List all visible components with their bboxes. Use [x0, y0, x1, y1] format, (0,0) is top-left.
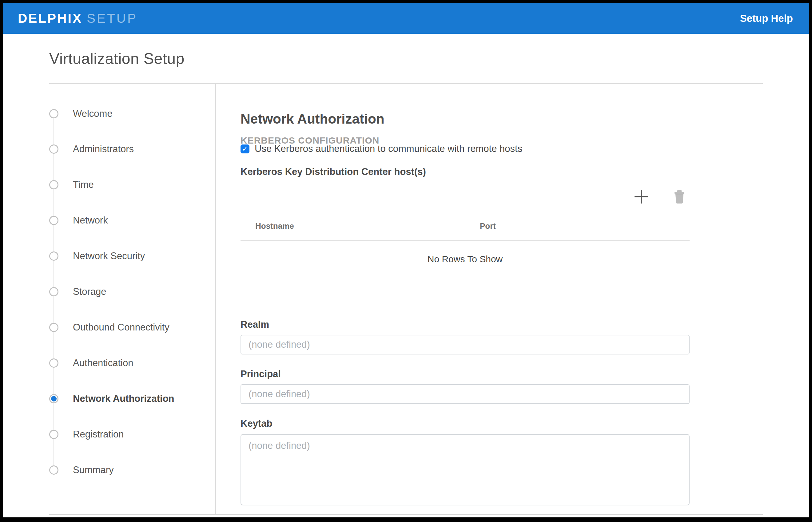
- step-radio-icon: [49, 180, 58, 189]
- column-header-hostname: Hostname: [255, 221, 294, 231]
- sidebar-divider: [215, 83, 216, 514]
- realm-input[interactable]: [240, 335, 690, 355]
- sidebar-item-label: Welcome: [73, 108, 113, 119]
- step-radio-icon: [49, 430, 58, 439]
- section-heading: Network Authorization: [240, 111, 384, 127]
- trash-icon: [672, 190, 687, 203]
- setup-help-link[interactable]: Setup Help: [740, 13, 793, 24]
- sidebar-item-label: Outbound Connectivity: [73, 322, 170, 333]
- kerberos-checkbox-label: Use Kerberos authentication to communica…: [255, 143, 522, 154]
- sidebar-item-label: Storage: [73, 286, 106, 297]
- kerberos-checkbox-row: ✓ Use Kerberos authentication to communi…: [240, 143, 522, 154]
- principal-input[interactable]: [240, 384, 690, 404]
- sidebar-item-label: Network: [73, 215, 108, 226]
- brand-primary: DELPHIX: [18, 11, 82, 26]
- step-radio-icon: [49, 323, 58, 332]
- step-radio-icon: [49, 359, 58, 368]
- sidebar-item-network-authorization[interactable]: Network Authorization: [49, 393, 174, 404]
- column-header-port: Port: [480, 221, 496, 231]
- sidebar-item-authentication[interactable]: Authentication: [49, 358, 133, 368]
- table-empty-message: No Rows To Show: [240, 254, 690, 264]
- sidebar-item-label: Network Security: [73, 250, 145, 262]
- step-radio-icon-active: [49, 394, 58, 403]
- kdc-hosts-label: Kerberos Key Distribution Center host(s): [240, 166, 426, 177]
- sidebar-item-network-security[interactable]: Network Security: [49, 250, 145, 262]
- add-kdc-host-button[interactable]: [633, 189, 649, 205]
- step-radio-icon: [49, 287, 58, 296]
- delphix-logo: DELPHIX SETUP: [18, 11, 138, 26]
- app-header: DELPHIX SETUP Setup Help: [3, 3, 809, 34]
- sidebar-item-label: Time: [73, 179, 94, 190]
- sidebar-item-network[interactable]: Network: [49, 215, 108, 226]
- sidebar-item-label: Network Authorization: [73, 393, 174, 404]
- sidebar-item-label: Authentication: [73, 358, 133, 368]
- sidebar-item-label: Summary: [73, 464, 114, 476]
- sidebar-item-label: Administrators: [73, 144, 134, 155]
- table-header-divider: [240, 240, 690, 241]
- kerberos-checkbox[interactable]: ✓: [240, 144, 250, 154]
- top-divider: [49, 83, 763, 84]
- step-radio-icon: [49, 216, 58, 225]
- sidebar-item-outbound-connectivity[interactable]: Outbound Connectivity: [49, 322, 170, 333]
- principal-label: Principal: [240, 368, 281, 380]
- step-radio-icon: [49, 109, 58, 118]
- keytab-textarea[interactable]: [240, 434, 690, 505]
- keytab-label: Keytab: [240, 418, 272, 429]
- brand-secondary: SETUP: [87, 11, 138, 26]
- sidebar-item-storage[interactable]: Storage: [49, 286, 106, 297]
- realm-label: Realm: [240, 319, 269, 330]
- kdc-table-header: Hostname Port: [240, 221, 690, 231]
- step-radio-icon: [49, 144, 58, 154]
- step-radio-icon: [49, 465, 58, 475]
- sidebar-item-summary[interactable]: Summary: [49, 464, 114, 476]
- bottom-divider: [49, 514, 763, 515]
- page-title: Virtualization Setup: [49, 50, 184, 68]
- step-radio-icon: [49, 252, 58, 261]
- sidebar-item-administrators[interactable]: Administrators: [49, 144, 134, 155]
- sidebar-item-registration[interactable]: Registration: [49, 429, 124, 440]
- sidebar-item-welcome[interactable]: Welcome: [49, 108, 113, 119]
- delete-kdc-host-button[interactable]: [672, 190, 687, 203]
- sidebar-item-time[interactable]: Time: [49, 179, 94, 190]
- setup-window: DELPHIX SETUP Setup Help Virtualization …: [3, 3, 809, 517]
- sidebar-item-label: Registration: [73, 429, 124, 440]
